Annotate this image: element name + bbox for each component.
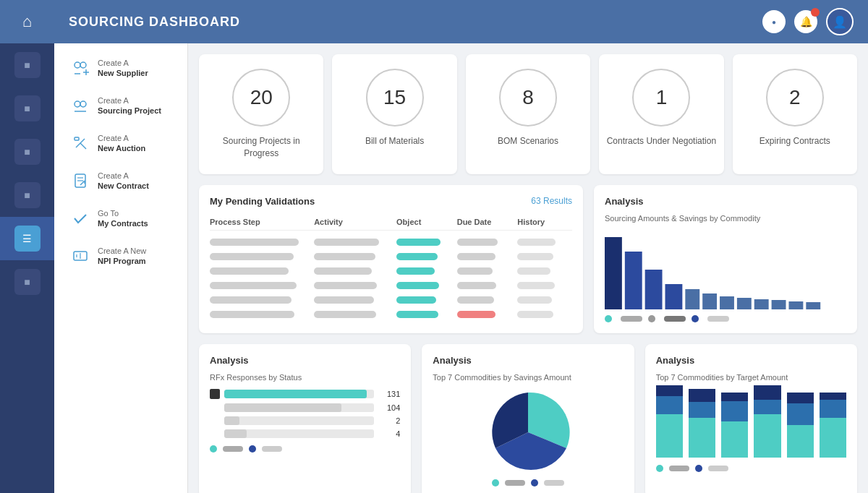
col-object: Object: [396, 218, 451, 226]
sidebar-box-1: ■: [14, 52, 41, 78]
header-icons: ● 🔔 👤: [762, 8, 854, 35]
col-history: History: [517, 218, 572, 226]
user-avatar[interactable]: 👤: [826, 8, 854, 35]
pending-validations-title: My Pending Validations: [210, 196, 315, 207]
legend-gray1: [621, 315, 642, 322]
sidebar-item-3[interactable]: ■: [0, 130, 54, 173]
svg-rect-28: [772, 300, 786, 309]
create-contract-text: Create A New Contract: [98, 171, 149, 192]
kpi-label-bom: Bill of Materials: [365, 135, 424, 147]
kpi-value-negotiation: 1: [632, 69, 690, 127]
sidebar-item-4[interactable]: ■: [0, 173, 54, 217]
svg-rect-21: [645, 270, 663, 309]
rfx-legend: [210, 445, 400, 453]
sidebar-home-button[interactable]: ⌂: [0, 0, 54, 43]
table-row[interactable]: [210, 307, 572, 322]
pie-title: Analysis: [433, 355, 471, 366]
svg-rect-19: [605, 237, 622, 309]
results-link[interactable]: 63 Results: [531, 196, 572, 206]
kpi-sourcing-projects[interactable]: 20 Sourcing Projects in Progress: [199, 54, 323, 174]
my-contracts-icon: [69, 207, 92, 230]
rfx-legend-light: [262, 445, 282, 453]
table-row[interactable]: [210, 264, 572, 278]
pie-legend-gray1: [505, 479, 525, 486]
col-activity: Activity: [314, 218, 391, 226]
kpi-contracts-negotiation[interactable]: 1 Contracts Under Negotiation: [599, 54, 723, 174]
pie-legend: [433, 479, 623, 486]
legend-gray2: [648, 315, 658, 322]
sidebar-item-1[interactable]: ■: [0, 43, 54, 87]
bar-chart-area: [605, 230, 846, 309]
table-row[interactable]: [210, 293, 572, 307]
chart-subtitle: Sourcing Amounts & Savings by Commodity: [605, 214, 846, 223]
sidebar-item-2[interactable]: ■: [0, 87, 54, 130]
svg-rect-24: [702, 293, 717, 309]
rfx-legend-gray1: [223, 445, 243, 453]
col-process-step: Process Step: [210, 218, 308, 226]
svg-rect-27: [754, 299, 769, 309]
stacked-bar-6: [820, 385, 846, 458]
kpi-bill-of-materials[interactable]: 15 Bill of Materials: [332, 54, 456, 174]
stacked-legend-dark: [695, 465, 702, 472]
sidebar-item-6[interactable]: ■: [0, 260, 54, 304]
table-row[interactable]: [210, 249, 572, 264]
header: SOURCING DASHBOARD ● 🔔 👤: [54, 0, 868, 43]
sidebar-box-3: ■: [14, 139, 41, 165]
create-new-auction-button[interactable]: Create A New Auction: [61, 126, 180, 160]
status-indicator[interactable]: ●: [762, 10, 786, 33]
rfx-value-1: 131: [378, 390, 400, 398]
rfx-header: Analysis: [210, 355, 400, 366]
go-to-my-contracts-button[interactable]: Go To My Contracts: [61, 201, 180, 236]
quick-actions-panel: Create A New Supplier Create A Sourcing …: [54, 43, 188, 493]
auction-icon: [69, 132, 92, 155]
content: Create A New Supplier Create A Sourcing …: [54, 43, 868, 493]
rfx-bar-2: [224, 403, 374, 412]
analysis-bar-chart-card: Analysis Sourcing Amounts & Savings by C…: [594, 185, 857, 333]
svg-line-9: [80, 143, 86, 149]
svg-line-14: [80, 181, 85, 185]
analysis-title: Analysis: [605, 196, 643, 207]
rfx-title: Analysis: [210, 355, 248, 366]
create-auction-text: Create A New Auction: [98, 133, 145, 154]
stacked-legend-gray1: [669, 465, 689, 472]
svg-rect-20: [625, 252, 642, 309]
kpi-label-expiring: Expiring Contracts: [760, 135, 830, 147]
table-header: Process Step Activity Object Due Date Hi…: [210, 214, 572, 231]
notification-badge: [811, 8, 820, 17]
stacked-bar-area: [656, 389, 846, 461]
page-title: SOURCING DASHBOARD: [69, 14, 240, 30]
kpi-value-expiring: 2: [766, 69, 824, 127]
kpi-label-negotiation: Contracts Under Negotiation: [607, 135, 716, 147]
legend-dark: [692, 315, 702, 322]
create-npi-program-button[interactable]: Create A New NPI Program: [61, 239, 180, 273]
rfx-bar-row-4: 4: [210, 429, 400, 438]
rfx-bar-4: [224, 429, 374, 438]
pie-chart-area: [433, 389, 623, 476]
npi-icon: [69, 244, 92, 267]
kpi-label-sourcing: Sourcing Projects in Progress: [206, 135, 316, 160]
rfx-subtitle: RFx Responses by Status: [210, 373, 400, 382]
create-sourcing-project-button[interactable]: Create A Sourcing Project: [61, 88, 180, 123]
kpi-expiring-contracts[interactable]: 2 Expiring Contracts: [733, 54, 857, 174]
pending-validations-header: My Pending Validations 63 Results: [210, 196, 572, 207]
create-new-contract-button[interactable]: Create A New Contract: [61, 163, 180, 198]
create-new-supplier-button[interactable]: Create A New Supplier: [61, 51, 180, 85]
table-row[interactable]: [210, 235, 572, 249]
sidebar-item-5[interactable]: ☰: [0, 217, 54, 260]
kpi-bom-scenarios[interactable]: 8 BOM Scenarios: [466, 54, 590, 174]
sidebar-box-4: ■: [14, 182, 41, 208]
legend-gray3: [664, 315, 686, 322]
svg-rect-29: [788, 301, 803, 309]
svg-rect-10: [75, 137, 79, 140]
svg-rect-26: [737, 298, 752, 309]
stacked-bar-2: [689, 385, 715, 458]
bottom-row: Analysis RFx Responses by Status 131: [199, 344, 857, 493]
rfx-value-4: 4: [378, 429, 400, 438]
dashboard-main: 20 Sourcing Projects in Progress 15 Bill…: [188, 43, 868, 493]
table-row[interactable]: [210, 278, 572, 293]
rfx-analysis-card: Analysis RFx Responses by Status 131: [199, 344, 411, 493]
npi-program-text: Create A New NPI Program: [98, 246, 146, 267]
supplier-icon: [69, 56, 92, 80]
notifications-button[interactable]: 🔔: [794, 10, 817, 33]
svg-rect-22: [665, 284, 683, 309]
